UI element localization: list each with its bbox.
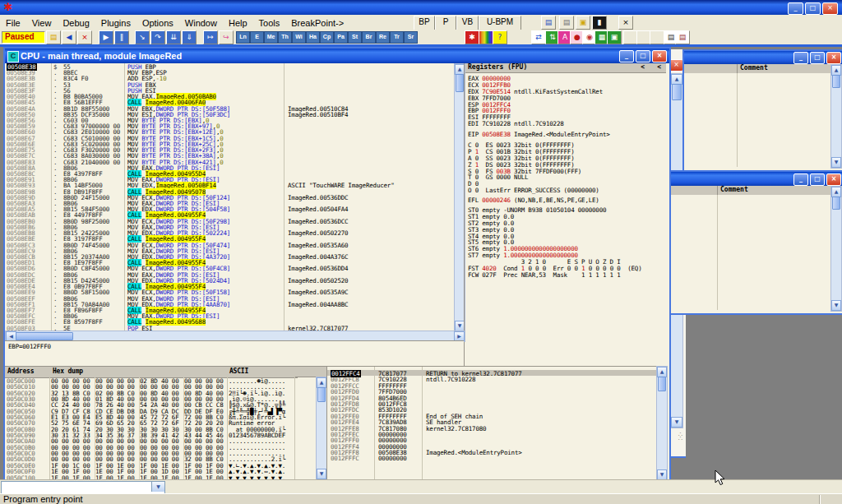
pane-back-icon[interactable]: < — [657, 63, 661, 71]
disasm-row[interactable]: 00508EA5.8B15 584F5000MOV EDX,DWORD PTR … — [5, 206, 454, 211]
disasm-row[interactable]: 00508EEF.8B06MOV EAX,DWORD PTR DS:[ESI] — [5, 295, 454, 301]
scroll-down-icon[interactable]: ▼ — [831, 157, 841, 168]
stack-row[interactable]: 0012FFF800508E38ImageRed.<ModuleEntryPoi… — [327, 449, 656, 455]
stack-vscrollbar[interactable]: ▲ ▼ — [656, 366, 668, 481]
pane-button-th[interactable]: Th — [278, 31, 292, 44]
register-line[interactable]: ST7 empty 1.0000000000000000000 — [468, 252, 666, 258]
disasm-row[interactable]: 00508E75.C683 F3020000 00MOV BYTE PTR DS… — [5, 146, 454, 152]
close-button[interactable]: × — [652, 50, 667, 62]
scroll-down-icon[interactable]: ▼ — [671, 417, 682, 428]
pane-button-sr[interactable]: Sr — [404, 31, 418, 44]
dump-row[interactable]: 0050C0A000 00 00 0000 00 00 0000 00 00 0… — [5, 437, 326, 443]
pane-button-ln[interactable]: Ln — [236, 31, 250, 44]
disasm-row[interactable]: 00508E3E.53PUSH EBX — [5, 81, 454, 87]
screen-icon[interactable]: ▣ — [607, 30, 622, 44]
scroll-down-icon[interactable]: ▼ — [831, 300, 841, 311]
register-line[interactable]: A 0 SS 0023 32bit 0(FFFFFFFF) — [468, 155, 666, 161]
minimize-button[interactable]: _ — [788, 2, 803, 15]
resize-grip[interactable]: ∴∴ — [669, 432, 684, 441]
plugin-button[interactable]: BP — [414, 16, 435, 30]
pane-button-st[interactable]: St — [348, 31, 362, 44]
disasm-row[interactable]: 00508EB8.8B15 24225000MOV EDX,DWORD PTR … — [5, 229, 454, 235]
stack-row[interactable]: 0012FFC87C910228ntdll.7C910228 — [327, 376, 656, 381]
disasm-row[interactable]: 00508E8A.8B06MOV EAX,DWORD PTR DS:[ESI] — [5, 164, 454, 170]
stack-row[interactable]: 0012FFD80012FFC8 — [327, 400, 656, 406]
restore-button[interactable]: □ — [636, 50, 650, 62]
register-line[interactable]: Z 1 DS 0023 32bit 0(FFFFFFFF) — [468, 161, 666, 168]
close-button[interactable]: × — [826, 173, 841, 186]
register-line[interactable]: EDI 7C910228 ntdll.7C910228 — [468, 120, 666, 127]
disasm-row[interactable]: 00508EE9.8B0D 58F15000MOV ECX,DWORD PTR … — [5, 289, 454, 294]
minimize-button[interactable]: _ — [793, 52, 808, 64]
stack-row[interactable]: 0012FFEC00000000 — [327, 431, 656, 437]
minimize-button[interactable]: _ — [619, 50, 634, 62]
swap-arrows-icon[interactable]: ⇄ — [531, 30, 546, 44]
stack-row[interactable]: 0012FFE87C817080kernel32.7C817080 — [327, 425, 656, 431]
disasm-row[interactable]: 00508EDE.8B15 D4245000MOV EDX,DWORD PTR … — [5, 277, 454, 283]
dump-pane[interactable]: Address Hex dump ASCII 0050C00000 00 00 … — [5, 366, 326, 480]
disasm-row[interactable]: 00508E59.C683 97000000 00MOV BYTE PTR DS… — [5, 123, 454, 128]
register-line[interactable]: ST0 empty -UNORM B938 01050104 00000000 — [468, 206, 666, 213]
step-into-icon[interactable]: ↘ — [135, 30, 150, 44]
step-over-icon[interactable]: ↷ — [150, 30, 165, 44]
pane-button-me[interactable]: Me — [264, 31, 278, 44]
close-button[interactable]: × — [826, 52, 841, 64]
register-line[interactable]: ST2 empty 0.0 — [468, 220, 666, 226]
disasm-row[interactable]: 00508EA3.8B06MOV EAX,DWORD PTR DS:[ESI] — [5, 200, 454, 206]
minimize-button[interactable]: _ — [793, 173, 808, 186]
dump-row[interactable]: 0050C040CC 24 40 0078 26 40 0054 2A 40 0… — [5, 401, 326, 407]
disasm-row[interactable]: 00508E40.B8 B0BA5000MOV EAX,ImageRed.005… — [5, 93, 454, 99]
dump-header-address[interactable]: Address — [5, 367, 53, 378]
disasm-row[interactable]: 00508EB6.8B06MOV EAX,DWORD PTR DS:[ESI] — [5, 224, 454, 229]
disasm-row[interactable]: 00508EF1.8B15 70A84A00MOV EDX,DWORD PTR … — [5, 301, 454, 307]
blank-button[interactable] — [650, 30, 664, 44]
dump-row[interactable]: 0050C09030 31 32 3334 35 36 3738 39 41 4… — [5, 432, 326, 437]
dump-row[interactable]: 0050C0E01F 00 1C 001F 00 1E 001F 00 1E 0… — [5, 462, 326, 468]
dump-row[interactable]: 0050C0F01E 00 1F 001E 00 1F 001F 00 1D 0… — [5, 468, 326, 474]
document-icon[interactable]: ▤ — [559, 16, 574, 30]
go-to-address-icon[interactable]: ↪ — [219, 30, 234, 44]
restart-icon[interactable]: ◀ — [62, 30, 76, 44]
disasm-row[interactable]: 00508ED1.E8 1E97F8FFCALL ImageRed.004955… — [5, 259, 454, 265]
disasm-row[interactable]: 00508EBE.E8 3197F8FFCALL ImageRed.004955… — [5, 235, 454, 241]
register-line[interactable]: T 0 GS 0000 NULL — [468, 173, 666, 180]
dump-row[interactable]: 0050C00000 00 00 0000 00 00 0002 8D 40 0… — [5, 377, 326, 383]
pane-button-pa[interactable]: Pa — [334, 31, 348, 44]
dump-row[interactable]: 0050C01000 00 00 0000 00 00 0000 00 00 0… — [5, 383, 326, 389]
disassembly-pane[interactable]: 00508E38$55PUSH EBP00508E39.8BECMOV EBP,… — [5, 63, 454, 331]
disasm-row[interactable]: 00508E91.8B06MOV EAX,DWORD PTR DS:[ESI] — [5, 176, 454, 182]
stack-row[interactable]: 0012FFD07FFD7000 — [327, 388, 656, 394]
stack-pane[interactable]: 0012FFC47C817077RETURN to kernel32.7C817… — [327, 366, 656, 480]
plugin-button[interactable]: VB — [456, 16, 479, 30]
register-line[interactable]: D 0 — [468, 180, 666, 187]
window-title-bar[interactable]: _ □ × — [669, 172, 842, 186]
report-list-icon[interactable]: ▤ — [675, 30, 690, 44]
disasm-row[interactable]: 00508EAB.E8 4497F8FFCALL ImageRed.004955… — [5, 211, 454, 217]
register-line[interactable]: EAX 00000000 — [468, 75, 666, 81]
pane-button-br[interactable]: Br — [362, 31, 376, 44]
stack-row[interactable]: 0012FFFC00000000 — [327, 455, 656, 460]
new-document-icon[interactable]: ▤ — [541, 16, 556, 30]
register-line[interactable]: FCW 027F Prec NEAR,53 Mask 1 1 1 1 1 1 — [468, 271, 666, 278]
disasm-row[interactable]: 00508E56.C603 00MOV BYTE PTR DS:[EBX],0 — [5, 117, 454, 123]
disasm-row[interactable]: 00508E50.8B35 DCF35000MOV ESI,DWORD PTR … — [5, 111, 454, 117]
pane-button-ha[interactable]: Ha — [306, 31, 320, 44]
register-line[interactable]: ST5 empty 0.0 — [468, 238, 666, 245]
disasm-row[interactable]: 00508E9D.8B0D 24F15000MOV ECX,DWORD PTR … — [5, 194, 454, 200]
open-file-icon[interactable]: ▤ — [46, 30, 61, 44]
disasm-row[interactable]: 00508EC3.8B0D 74F45000MOV ECX,DWORD PTR … — [5, 242, 454, 247]
cpu-title-bar[interactable]: C CPU - main thread, module ImageRed _ □… — [5, 49, 669, 63]
scrollbar[interactable]: ▲ ▼ — [830, 186, 842, 312]
main-title-bar[interactable]: ✱ _ □ × — [0, 0, 842, 15]
dump-row[interactable]: 0050C0D000 00 00 0000 00 00 0000 00 00 0… — [5, 455, 326, 461]
disasm-row[interactable]: 00508E98.E8 DB91F8FFCALL ImageRed.004950… — [5, 188, 454, 194]
register-line[interactable]: S 0 FS 003B 32bit 7FFDF000(FFF) — [468, 168, 666, 174]
register-line[interactable]: FST 4020 Cond 1 0 0 0 Err 0 0 1 0 0 0 0 … — [468, 265, 666, 271]
disasm-row[interactable]: 00508EC9.8B06MOV EAX,DWORD PTR DS:[ESI] — [5, 247, 454, 253]
disasm-row[interactable]: 00508EB0.8B0D 98F25000MOV ECX,DWORD PTR … — [5, 218, 454, 224]
plugin-button[interactable]: P — [435, 16, 456, 30]
restore-button[interactable]: □ — [805, 2, 821, 15]
comment-window-bottom[interactable]: _ □ × Comment ▲ ▼ — [668, 170, 842, 315]
disasm-row[interactable]: 00508E3F.56PUSH ESI — [5, 87, 454, 93]
restore-button[interactable]: □ — [810, 173, 825, 186]
